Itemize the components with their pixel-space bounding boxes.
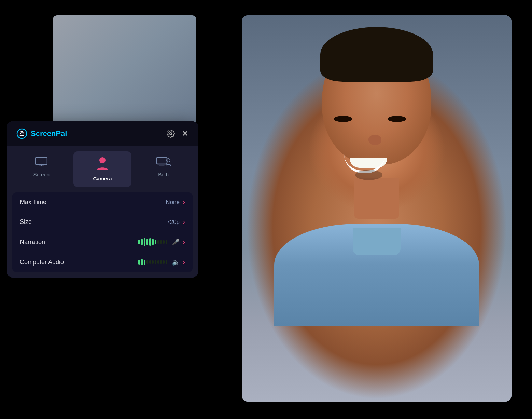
speaker-icon: 🔈 bbox=[172, 258, 180, 266]
max-time-value-area: None › bbox=[166, 199, 185, 206]
audio-bar-2 bbox=[144, 238, 145, 246]
narration-value-area: 🎤 › bbox=[138, 238, 185, 246]
computer-audio-label: Computer Audio bbox=[20, 259, 64, 266]
size-chevron: › bbox=[183, 218, 185, 226]
audio-bar-7 bbox=[157, 240, 159, 244]
audio-bar-7 bbox=[157, 260, 159, 264]
size-value-area: 720p › bbox=[167, 218, 185, 226]
audio-bar-1 bbox=[141, 239, 143, 245]
size-value: 720p bbox=[167, 219, 180, 226]
tab-both[interactable]: Both bbox=[134, 151, 193, 187]
both-tab-label: Both bbox=[158, 172, 169, 177]
svg-point-2 bbox=[20, 132, 22, 133]
max-time-chevron: › bbox=[183, 199, 185, 206]
audio-bar-1 bbox=[141, 259, 143, 265]
narration-chevron: › bbox=[183, 239, 185, 246]
audio-bar-5 bbox=[152, 260, 154, 264]
person-icon bbox=[96, 157, 109, 171]
audio-bar-2 bbox=[144, 260, 145, 265]
screenpal-logo-icon bbox=[16, 128, 27, 139]
camera-tab-icon bbox=[96, 157, 109, 173]
monitor-icon bbox=[35, 157, 47, 166]
mode-tabs-container: Screen Camera Both bbox=[7, 146, 198, 192]
max-time-label: Max Time bbox=[20, 199, 46, 206]
logo-area: ScreenPal bbox=[16, 128, 67, 139]
audio-bar-4 bbox=[149, 260, 151, 264]
svg-point-3 bbox=[23, 132, 24, 133]
screen-person-icon bbox=[156, 157, 171, 166]
microphone-icon: 🎤 bbox=[172, 238, 180, 246]
audio-bar-9 bbox=[163, 260, 165, 264]
size-label: Size bbox=[20, 218, 32, 226]
header-actions: ✕ bbox=[167, 129, 188, 138]
tab-screen[interactable]: Screen bbox=[12, 151, 71, 187]
audio-bar-6 bbox=[155, 260, 156, 264]
collar-shape bbox=[353, 228, 401, 255]
hair-shape bbox=[320, 27, 433, 82]
audio-bar-3 bbox=[146, 260, 148, 264]
both-tab-icon bbox=[156, 157, 171, 169]
computer-audio-value-area: 🔈 › bbox=[138, 258, 185, 266]
max-time-row[interactable]: Max Time None › bbox=[12, 192, 193, 212]
audio-bar-3 bbox=[146, 239, 148, 245]
right-eye bbox=[388, 116, 406, 122]
narration-row[interactable]: Narration 🎤 › bbox=[12, 232, 193, 252]
size-row[interactable]: Size 720p › bbox=[12, 212, 193, 232]
gear-icon bbox=[167, 130, 175, 138]
left-eye bbox=[334, 116, 352, 122]
audio-bar-6 bbox=[155, 240, 156, 244]
camera-tab-label: Camera bbox=[93, 176, 112, 181]
beard-shape bbox=[355, 170, 382, 180]
screen-tab-icon bbox=[35, 157, 47, 169]
audio-bar-10 bbox=[166, 240, 167, 244]
computer-audio-bars bbox=[138, 258, 167, 266]
computer-audio-row[interactable]: Computer Audio 🔈 › bbox=[12, 252, 193, 272]
screen-preview-area bbox=[53, 15, 196, 125]
person-photo bbox=[242, 15, 512, 402]
audio-bar-8 bbox=[160, 240, 162, 244]
audio-bar-4 bbox=[149, 238, 151, 246]
audio-bar-8 bbox=[160, 260, 162, 264]
audio-bar-9 bbox=[163, 240, 165, 244]
max-time-value: None bbox=[166, 199, 180, 206]
settings-section: Max Time None › Size 720p › Narration 🎤 … bbox=[12, 192, 193, 272]
person-face-bg bbox=[242, 15, 512, 402]
audio-bar-10 bbox=[166, 260, 167, 264]
close-button[interactable]: ✕ bbox=[182, 129, 188, 138]
audio-bar-5 bbox=[152, 239, 154, 245]
screen-tab-label: Screen bbox=[33, 172, 50, 177]
narration-audio-bars bbox=[138, 238, 167, 246]
audio-bar-0 bbox=[138, 240, 140, 244]
narration-label: Narration bbox=[20, 239, 45, 246]
svg-point-5 bbox=[99, 157, 106, 163]
neck-shape bbox=[354, 178, 399, 219]
computer-audio-chevron: › bbox=[183, 259, 185, 266]
control-panel: ScreenPal ✕ Screen bbox=[7, 121, 198, 278]
audio-bar-0 bbox=[138, 260, 140, 265]
svg-rect-6 bbox=[157, 157, 167, 164]
tab-camera[interactable]: Camera bbox=[73, 151, 132, 187]
settings-button[interactable] bbox=[167, 130, 175, 138]
svg-rect-4 bbox=[36, 157, 47, 165]
app-logo-text: ScreenPal bbox=[31, 129, 67, 138]
panel-header: ScreenPal ✕ bbox=[7, 121, 198, 146]
